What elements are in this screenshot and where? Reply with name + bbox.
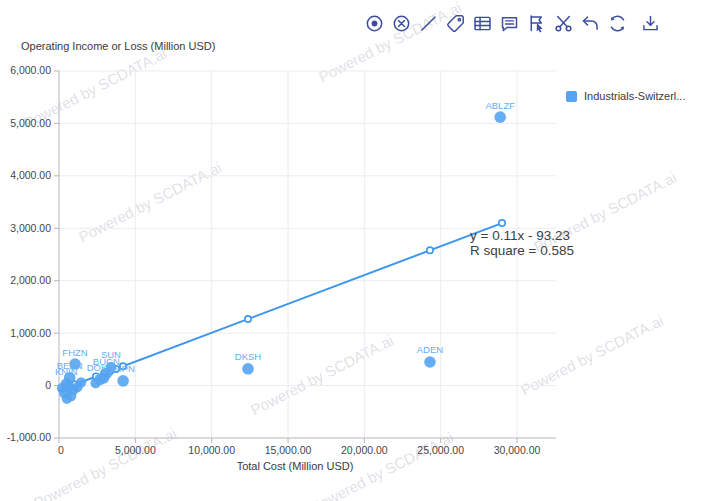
refresh-icon [607, 13, 628, 34]
x-axis-title: Total Cost (Million USD) [0, 460, 590, 472]
data-point[interactable] [76, 377, 86, 387]
x-tick-label: 10,000.00 [188, 444, 235, 456]
data-point[interactable] [424, 356, 436, 368]
download-icon [640, 13, 661, 34]
trendline-annotation: y = 0.11x - 93.23 R square = 0.585 [470, 229, 574, 258]
undo-icon [580, 13, 601, 34]
trendline-r-square: R square = 0.585 [470, 244, 574, 259]
scatter-plot: 6,000.005,000.004,000.003,000.002,000.00… [0, 0, 702, 501]
legend[interactable]: Industrials-Switzerl... [566, 90, 685, 102]
refresh-button[interactable] [606, 10, 628, 36]
record-icon [364, 13, 385, 34]
point-label: DOKA [87, 362, 115, 373]
point-label: ABLZF [485, 100, 515, 111]
undo-button[interactable] [579, 10, 601, 36]
flag-select-icon [526, 13, 547, 34]
x-tick-label: 20,000.00 [341, 444, 388, 456]
tag-button[interactable] [444, 10, 466, 36]
data-point[interactable] [242, 363, 254, 375]
trendline-equation: y = 0.11x - 93.23 [470, 229, 574, 244]
data-point[interactable] [117, 375, 129, 387]
y-tick-label: 4,000.00 [10, 169, 51, 181]
circle-x-icon [391, 13, 412, 34]
y-tick-label: -1,000.00 [7, 431, 52, 443]
y-tick-label: 5,000.00 [10, 117, 51, 129]
chart-toolbar [363, 10, 661, 36]
y-tick-label: 0 [45, 379, 51, 391]
x-tick-label: 15,000.00 [265, 444, 312, 456]
download-button[interactable] [639, 10, 661, 36]
disable-button[interactable] [390, 10, 412, 36]
x-tick-label: 5,000.00 [115, 444, 156, 456]
y-tick-label: 1,000.00 [10, 327, 51, 339]
data-point[interactable] [63, 381, 73, 391]
trendline-button[interactable] [417, 10, 439, 36]
point-label: ADEN [417, 344, 444, 355]
chart-page: Powered by SCDATA.aiPowered by SCDATA.ai… [0, 0, 702, 501]
scissors-icon [553, 13, 574, 34]
y-tick-label: 2,000.00 [10, 274, 51, 286]
table-button[interactable] [471, 10, 493, 36]
legend-swatch [566, 91, 577, 102]
y-axis-title: Operating Income or Loss (Million USD) [21, 40, 215, 52]
record-button[interactable] [363, 10, 385, 36]
y-tick-label: 6,000.00 [10, 64, 51, 76]
point-label: KNIN [55, 366, 78, 377]
comment-button[interactable] [498, 10, 520, 36]
trend-marker [245, 316, 251, 322]
tag-icon [445, 13, 466, 34]
cut-button[interactable] [552, 10, 574, 36]
point-label: FHZN [62, 347, 87, 358]
flag-select-button[interactable] [525, 10, 547, 36]
point-label: IMPN [111, 363, 135, 374]
comment-icon [499, 13, 520, 34]
x-tick-label: 0 [58, 444, 64, 456]
trend-marker [427, 247, 433, 253]
data-point[interactable] [99, 373, 109, 383]
point-label: DKSH [235, 351, 262, 362]
x-tick-label: 25,000.00 [417, 444, 464, 456]
x-tick-label: 30,000.00 [494, 444, 541, 456]
legend-label: Industrials-Switzerl... [584, 90, 685, 102]
data-point[interactable] [494, 111, 506, 123]
trendline-icon [418, 13, 439, 34]
table-icon [472, 13, 493, 34]
trend-marker [499, 220, 505, 226]
y-tick-label: 3,000.00 [10, 222, 51, 234]
